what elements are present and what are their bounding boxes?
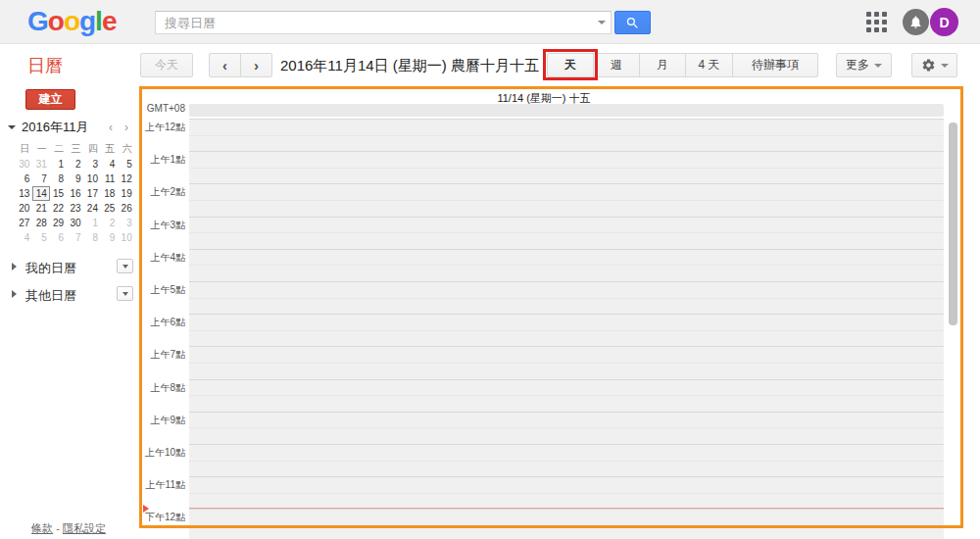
search-input[interactable] xyxy=(155,11,612,34)
minical-day[interactable]: 16 xyxy=(67,186,83,201)
minical-day[interactable]: 1 xyxy=(84,216,101,230)
minical-day[interactable]: 12 xyxy=(118,172,134,186)
minical-day[interactable]: 20 xyxy=(16,201,32,216)
today-button[interactable]: 今天 xyxy=(140,53,193,77)
more-button[interactable]: 更多 xyxy=(836,53,892,77)
minical-day[interactable]: 8 xyxy=(50,172,67,186)
minical-day[interactable]: 10 xyxy=(84,172,101,186)
hour-line xyxy=(189,379,944,380)
footer-link-0[interactable]: 條款 xyxy=(31,522,53,534)
sidebar-footer: 條款 - 隱私設定 xyxy=(0,521,137,536)
minical-day[interactable]: 30 xyxy=(67,216,83,230)
minical-prev-button[interactable]: ‹ xyxy=(109,120,113,135)
minical-weekday-row: 日一二三四五六 xyxy=(16,141,135,156)
minical-day[interactable]: 23 xyxy=(67,201,83,216)
minical-day[interactable]: 15 xyxy=(50,186,67,201)
minical-day[interactable]: 3 xyxy=(118,216,134,230)
minical-next-button[interactable]: › xyxy=(124,120,128,135)
minical-day[interactable]: 3 xyxy=(84,157,101,172)
hour-label: 上午11點 xyxy=(142,478,185,492)
minical-day[interactable]: 2 xyxy=(101,216,118,230)
gear-icon xyxy=(921,58,936,73)
minical-day[interactable]: 18 xyxy=(101,186,118,201)
minical-day[interactable]: 28 xyxy=(32,216,49,230)
minical-weekday: 四 xyxy=(84,141,101,156)
hour-label: 上午7點 xyxy=(142,348,185,362)
apps-grid-icon[interactable] xyxy=(866,12,887,32)
minical-day[interactable]: 5 xyxy=(32,230,49,245)
hour-line xyxy=(189,444,944,445)
minical-grid: 3031123456789101112131415161718192021222… xyxy=(16,157,135,245)
other-calendars-section[interactable]: 其他日曆 xyxy=(0,286,137,306)
hour-label: 上午1點 xyxy=(142,153,185,167)
view-button-2[interactable]: 月 xyxy=(639,53,686,77)
minical-day-selected[interactable]: 14 xyxy=(32,186,49,201)
view-button-1[interactable]: 週 xyxy=(593,53,640,77)
search-dropdown-caret-icon[interactable] xyxy=(598,21,606,24)
footer-link-1[interactable]: 隱私設定 xyxy=(63,522,106,534)
half-hour-line xyxy=(189,232,944,233)
date-nav-group: ‹ › xyxy=(209,53,272,77)
minical-day[interactable]: 10 xyxy=(118,230,134,245)
create-button[interactable]: 建立 xyxy=(25,89,75,110)
avatar[interactable]: D xyxy=(930,8,958,36)
minical-day[interactable]: 13 xyxy=(16,186,32,201)
minical-day[interactable]: 24 xyxy=(84,201,101,216)
minical-day[interactable]: 29 xyxy=(50,216,67,230)
minical-day[interactable]: 22 xyxy=(50,201,67,216)
my-calendars-section[interactable]: 我的日曆 xyxy=(0,259,137,278)
hour-line xyxy=(189,509,944,510)
minical-day[interactable]: 4 xyxy=(101,157,118,172)
view-button-3[interactable]: 4 天 xyxy=(685,53,733,77)
notifications-button[interactable] xyxy=(903,9,929,35)
hour-label: 上午2點 xyxy=(142,185,185,199)
logo-letter: g xyxy=(79,6,95,36)
disclosure-triangle-icon xyxy=(12,263,17,270)
chevron-down-icon xyxy=(941,64,949,68)
search-button[interactable] xyxy=(614,11,651,34)
minical-weekday: 二 xyxy=(50,141,67,156)
search-icon xyxy=(625,16,640,30)
minical-day[interactable]: 25 xyxy=(101,201,118,216)
hour-line xyxy=(189,183,944,184)
hour-line xyxy=(189,217,944,218)
minical-day[interactable]: 2 xyxy=(67,157,83,172)
next-day-button[interactable]: › xyxy=(240,53,272,77)
settings-button[interactable] xyxy=(911,53,957,77)
hour-line xyxy=(189,249,944,250)
minical-day[interactable]: 7 xyxy=(67,230,83,245)
minical-day[interactable]: 9 xyxy=(101,230,118,245)
minical-week-row: 20212223242526 xyxy=(16,201,135,216)
minical-weekday: 三 xyxy=(67,141,83,156)
hour-line xyxy=(189,119,944,120)
minical-day[interactable]: 6 xyxy=(50,230,67,245)
scrollbar-thumb[interactable] xyxy=(949,122,957,325)
all-day-row[interactable] xyxy=(189,104,944,117)
minical-day[interactable]: 6 xyxy=(16,172,32,186)
minical-day[interactable]: 30 xyxy=(16,157,32,172)
minical-day[interactable]: 27 xyxy=(16,216,32,230)
other-calendars-menu-button[interactable] xyxy=(117,286,133,301)
my-calendars-menu-button[interactable] xyxy=(117,259,133,273)
minical-day[interactable]: 31 xyxy=(32,157,49,172)
prev-day-button[interactable]: ‹ xyxy=(209,53,241,77)
minical-day[interactable]: 5 xyxy=(118,157,134,172)
minical-day[interactable]: 17 xyxy=(84,186,101,201)
minical-day[interactable]: 1 xyxy=(50,157,67,172)
minical-week-row: 13141516171819 xyxy=(16,186,135,201)
minical-day[interactable]: 8 xyxy=(84,230,101,245)
minical-day[interactable]: 9 xyxy=(67,172,83,186)
current-time-line xyxy=(189,508,944,509)
minical-day[interactable]: 11 xyxy=(101,172,118,186)
calendar-toolbar: 日曆 今天 ‹ › 2016年11月14日 (星期一) 農曆十月十五 天週月4 … xyxy=(0,44,980,83)
time-grid: 上午12點上午1點上午2點上午3點上午4點上午5點上午6點上午7點上午8點上午9… xyxy=(142,119,961,539)
minical-day[interactable]: 19 xyxy=(118,186,134,201)
minical-day[interactable]: 26 xyxy=(118,201,134,216)
minical-collapse-icon[interactable] xyxy=(8,125,16,129)
minical-day[interactable]: 21 xyxy=(32,201,49,216)
view-button-4[interactable]: 待辦事項 xyxy=(732,53,818,77)
minical-day[interactable]: 4 xyxy=(16,230,32,245)
minical-day[interactable]: 7 xyxy=(32,172,49,186)
hour-row[interactable] xyxy=(189,509,944,539)
view-button-0[interactable]: 天 xyxy=(547,53,594,77)
